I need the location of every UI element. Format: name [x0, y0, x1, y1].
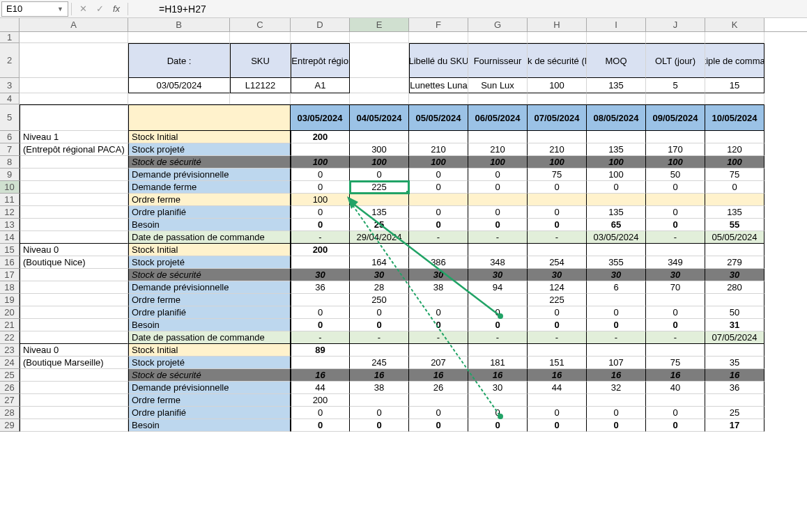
cell-6-7[interactable] [528, 131, 587, 143]
cell-7-3[interactable] [291, 143, 350, 156]
hdr-jv[interactable]: 5 [646, 78, 705, 93]
rowlabel-a[interactable] [20, 369, 128, 382]
cell-11-4[interactable] [350, 194, 409, 206]
cell-9-8[interactable]: 100 [587, 169, 646, 181]
cell-15-8[interactable] [587, 244, 646, 256]
cell-21-10[interactable]: 31 [705, 319, 764, 331]
cell-20-8[interactable]: 0 [587, 306, 646, 319]
cell-28-4[interactable]: 0 [350, 407, 409, 419]
cell-26-10[interactable]: 36 [705, 382, 764, 394]
cell-10-8[interactable]: 0 [587, 181, 646, 194]
rowlabel-a[interactable] [20, 294, 128, 306]
cell-24-10[interactable]: 35 [705, 357, 764, 369]
hdr-sku-label[interactable]: SKU [230, 43, 291, 78]
cell-16-3[interactable] [291, 256, 350, 269]
rowlabel-a[interactable]: (Boutique Marseille) [20, 357, 128, 369]
rowlabel-b[interactable]: Ordre ferme [128, 194, 291, 206]
rowlabel-a[interactable] [20, 319, 128, 331]
rowlabel-a[interactable] [20, 407, 128, 419]
cell-18-10[interactable]: 280 [705, 281, 764, 294]
row-header-17[interactable]: 17 [0, 269, 20, 281]
cell-20-3[interactable]: 0 [291, 306, 350, 319]
cell-13-4[interactable]: 25 [350, 219, 409, 231]
cell-22-8[interactable]: - [587, 331, 646, 344]
cell[interactable] [409, 32, 468, 43]
cell-8-4[interactable]: 100 [350, 156, 409, 169]
cell-10-3[interactable]: 0 [291, 181, 350, 194]
cell-13-5[interactable]: 0 [409, 219, 468, 231]
cell-15-5[interactable] [409, 244, 468, 256]
cell-12-8[interactable]: 135 [587, 206, 646, 219]
cell-23-8[interactable] [587, 344, 646, 357]
row-header-9[interactable]: 9 [0, 169, 20, 181]
cell-7-4[interactable]: 300 [350, 143, 409, 156]
cell-27-10[interactable] [705, 394, 764, 407]
row-header-22[interactable]: 22 [0, 331, 20, 344]
cell-28-5[interactable]: 0 [409, 407, 468, 419]
rowlabel-a[interactable] [20, 169, 128, 181]
hdr-fv[interactable]: Lunettes Luna [409, 78, 468, 93]
row-header-18[interactable]: 18 [0, 281, 20, 294]
cell-14-7[interactable]: - [528, 231, 587, 244]
rowlabel-a[interactable] [20, 206, 128, 219]
cell-10-5[interactable]: 0 [409, 181, 468, 194]
date-hdr[interactable]: 04/05/2024 [350, 104, 409, 131]
row-header-5[interactable]: 5 [0, 104, 20, 131]
cell-13-9[interactable]: 0 [646, 219, 705, 231]
cell-9-3[interactable]: 0 [291, 169, 350, 181]
cell-25-9[interactable]: 16 [646, 369, 705, 382]
cell-29-5[interactable]: 0 [409, 419, 468, 432]
cell-21-9[interactable]: 0 [646, 319, 705, 331]
cell-28-8[interactable]: 0 [587, 407, 646, 419]
col-header-E[interactable]: E [350, 18, 409, 31]
row-header-16[interactable]: 16 [0, 256, 20, 269]
row-header-4[interactable]: 4 [0, 93, 20, 104]
cell-24-3[interactable] [291, 357, 350, 369]
cell-20-4[interactable]: 0 [350, 306, 409, 319]
cell-23-4[interactable] [350, 344, 409, 357]
row-header-15[interactable]: 15 [0, 244, 20, 256]
cell[interactable] [468, 32, 528, 43]
col-header-D[interactable]: D [291, 18, 350, 31]
cell-26-8[interactable]: 32 [587, 382, 646, 394]
cell-24-5[interactable]: 207 [409, 357, 468, 369]
rowlabel-b[interactable]: Demande prévisionnelle [128, 382, 291, 394]
row-header-10[interactable]: 10 [0, 181, 20, 194]
cell-22-6[interactable]: - [468, 331, 528, 344]
cell-17-5[interactable]: 30 [409, 269, 468, 281]
cell-28-7[interactable]: 0 [528, 407, 587, 419]
cell-20-5[interactable]: 0 [409, 306, 468, 319]
row-header-6[interactable]: 6 [0, 131, 20, 143]
cell-26-5[interactable]: 26 [409, 382, 468, 394]
hdr-k[interactable]: Multiple de commande [705, 43, 764, 78]
cell[interactable] [587, 32, 646, 43]
cell-8-6[interactable]: 100 [468, 156, 528, 169]
rowlabel-b[interactable]: Besoin [128, 219, 291, 231]
cell-21-8[interactable]: 0 [587, 319, 646, 331]
cell-18-6[interactable]: 94 [468, 281, 528, 294]
rowlabel-b[interactable]: Ordre planifié [128, 206, 291, 219]
cell-12-10[interactable]: 135 [705, 206, 764, 219]
cell-27-8[interactable] [587, 394, 646, 407]
cell-12-5[interactable]: 0 [409, 206, 468, 219]
cell-29-7[interactable]: 0 [528, 419, 587, 432]
cell[interactable] [587, 93, 646, 104]
rowlabel-b[interactable]: Ordre ferme [128, 394, 291, 407]
cell-10-10[interactable]: 0 [705, 181, 764, 194]
cell-7-6[interactable]: 210 [468, 143, 528, 156]
rowlabel-b[interactable]: Stock de sécurité [128, 156, 291, 169]
cell-14-10[interactable]: 05/05/2024 [705, 231, 764, 244]
cell-17-4[interactable]: 30 [350, 269, 409, 281]
cell-27-9[interactable] [646, 394, 705, 407]
cell-23-10[interactable] [705, 344, 764, 357]
cell-28-10[interactable]: 25 [705, 407, 764, 419]
cell-12-3[interactable]: 0 [291, 206, 350, 219]
cell-10-4[interactable]: 225 [350, 181, 409, 194]
cell-11-3[interactable]: 100 [291, 194, 350, 206]
hdr-g[interactable]: Fournisseur [468, 43, 528, 78]
cell-16-7[interactable]: 254 [528, 256, 587, 269]
cell-17-6[interactable]: 30 [468, 269, 528, 281]
cell[interactable] [20, 93, 128, 104]
cell-20-7[interactable]: 0 [528, 306, 587, 319]
rowlabel-a[interactable]: Niveau 1 [20, 131, 128, 143]
